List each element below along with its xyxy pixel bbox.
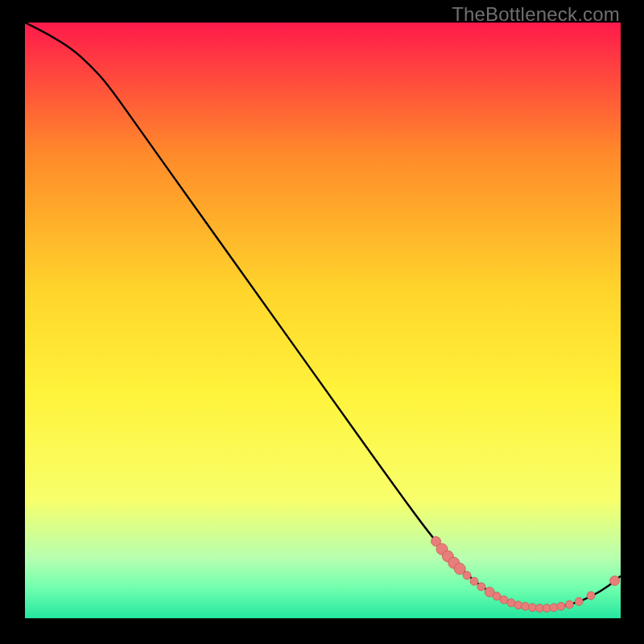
gradient-background — [25, 23, 621, 618]
bottleneck-chart — [25, 23, 621, 618]
data-marker — [565, 601, 573, 609]
data-marker — [470, 577, 478, 585]
data-marker — [477, 583, 485, 591]
data-marker — [528, 604, 536, 612]
data-marker — [522, 602, 530, 610]
data-marker — [550, 604, 558, 612]
data-marker — [463, 572, 471, 580]
data-marker — [587, 592, 595, 600]
data-marker — [493, 592, 501, 601]
data-marker — [557, 602, 565, 610]
data-marker — [507, 599, 515, 607]
data-marker — [543, 604, 551, 612]
data-marker — [575, 597, 583, 605]
data-marker — [514, 601, 522, 609]
data-marker — [610, 576, 620, 585]
chart-container: TheBottleneck.com — [0, 0, 644, 644]
